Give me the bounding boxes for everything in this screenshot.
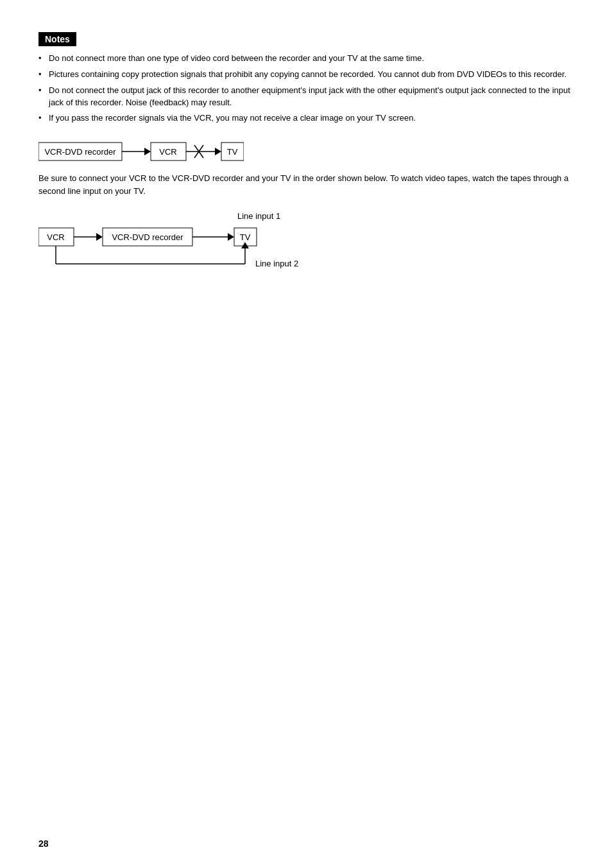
svg-marker-16: [96, 233, 103, 241]
notes-bullet-list: Do not connect more than one type of vid…: [38, 53, 574, 125]
svg-text:VCR: VCR: [159, 147, 176, 157]
svg-text:TV: TV: [240, 232, 251, 242]
svg-text:Line input 1: Line input 1: [237, 211, 280, 221]
svg-text:VCR-DVD recorder: VCR-DVD recorder: [112, 232, 183, 242]
bullet-item-3: Do not connect the output jack of this r…: [38, 85, 574, 109]
description-text: Be sure to connect your VCR to the VCR-D…: [38, 172, 574, 197]
notes-title: Notes: [38, 32, 76, 46]
diagram2: Line input 1 VCR VCR-DVD recorder TV: [38, 210, 574, 281]
svg-marker-9: [215, 148, 221, 155]
bullet-item-4: If you pass the recorder signals via the…: [38, 112, 574, 125]
svg-marker-20: [228, 233, 234, 241]
svg-text:Line input 2: Line input 2: [255, 259, 298, 268]
notes-header-box: Notes: [38, 32, 574, 53]
page-number: 28: [38, 838, 49, 849]
svg-text:TV: TV: [227, 147, 238, 157]
svg-marker-3: [144, 148, 151, 155]
bullet-item-1: Do not connect more than one type of vid…: [38, 53, 574, 65]
svg-text:VCR-DVD recorder: VCR-DVD recorder: [44, 147, 116, 157]
diagram1: VCR-DVD recorder VCR TV: [38, 136, 574, 166]
bullet-item-2: Pictures containing copy protection sign…: [38, 69, 574, 81]
svg-text:VCR: VCR: [47, 232, 64, 242]
